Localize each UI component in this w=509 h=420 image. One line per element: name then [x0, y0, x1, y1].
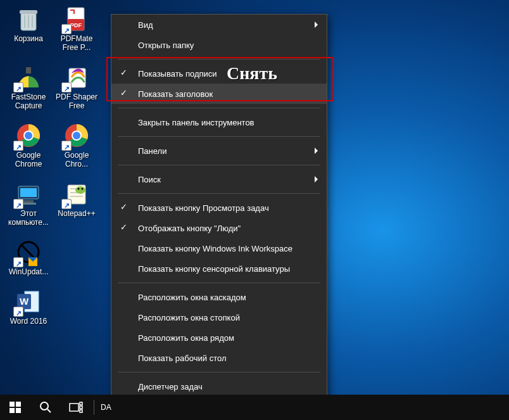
menu-item-label: Вид — [138, 20, 153, 30]
menu-item-open-folder[interactable]: Открыть папку — [111, 35, 327, 55]
desktop-icon-pdfshaper[interactable]: PDF Shaper Free — [54, 63, 99, 110]
svg-rect-33 — [16, 402, 21, 407]
svg-rect-8 — [26, 67, 31, 73]
menu-item-stacked[interactable]: Расположить окна стопкой — [111, 307, 327, 328]
menu-item-task-manager[interactable]: Диспетчер задач — [111, 376, 327, 397]
desktop-icon-label: FastStone Capture — [6, 92, 51, 110]
desktop-icon-label: Корзина — [14, 34, 43, 43]
start-button[interactable] — [0, 395, 30, 420]
svg-rect-18 — [23, 200, 34, 203]
windows-icon — [9, 402, 21, 413]
menu-item-label: Показать заголовок — [138, 89, 213, 99]
menu-separator — [118, 193, 320, 194]
menu-item-label: Расположить окна рядом — [138, 333, 234, 343]
desktop-icon-this-pc[interactable]: Этот компьюте... — [6, 180, 51, 227]
menu-item-label: Показать кнопку Windows Ink Workspace — [138, 244, 292, 253]
search-button[interactable] — [30, 395, 61, 420]
menu-item-ink-button[interactable]: Показать кнопку Windows Ink Workspace — [111, 238, 327, 258]
menu-item-show-captions[interactable]: Показывать подписи — [111, 63, 327, 84]
desktop-icon-notepadpp[interactable]: Notepad++ — [54, 180, 99, 227]
chrome-icon — [63, 122, 91, 150]
svg-point-24 — [75, 186, 85, 194]
faststone-icon — [15, 63, 42, 91]
svg-rect-32 — [9, 402, 15, 407]
menu-item-label: Отображать кнопку "Люди" — [138, 224, 241, 233]
menu-item-taskview-button[interactable]: Показать кнопку Просмотра задач — [111, 198, 327, 218]
menu-separator — [118, 372, 320, 372]
svg-point-25 — [78, 188, 80, 190]
task-view-button[interactable] — [61, 395, 91, 420]
desktop-icon-pdfmate[interactable]: PDF PDFMate Free P... — [54, 5, 99, 52]
search-icon — [39, 401, 52, 414]
menu-item-label: Показать кнопку сенсорной клавиатуры — [138, 264, 290, 274]
desktop-icon-label: PDFMate Free P... — [54, 34, 99, 52]
pdf-icon: PDF — [63, 5, 91, 33]
menu-item-search[interactable]: Поиск — [111, 169, 327, 189]
svg-rect-34 — [9, 408, 15, 413]
desktop-icon-label: Google Chro... — [54, 151, 99, 169]
desktop-icon-label: Word 2016 — [10, 317, 47, 326]
menu-item-panels[interactable]: Панели — [111, 141, 327, 161]
menu-separator — [118, 136, 320, 137]
menu-item-show-desktop[interactable]: Показать рабочий стол — [111, 348, 327, 368]
desktop-icon-label: Notepad++ — [58, 209, 95, 218]
task-view-icon — [69, 402, 83, 413]
desktop-icon-winupdate[interactable]: WinUpdat... — [6, 238, 51, 276]
svg-text:PDF: PDF — [70, 22, 82, 29]
desktop-icon-label: Google Chrome — [6, 151, 51, 169]
menu-item-close-toolbar[interactable]: Закрыть панель инструментов — [111, 112, 327, 132]
menu-item-label: Открыть папку — [138, 41, 194, 50]
chrome-icon — [15, 122, 42, 150]
menu-item-label: Панели — [138, 146, 167, 156]
desktop-icon-label: Этот компьюте... — [6, 209, 51, 227]
svg-rect-38 — [70, 404, 79, 411]
menu-item-label: Показать рабочий стол — [138, 353, 226, 363]
menu-item-people-button[interactable]: Отображать кнопку "Люди" — [111, 218, 327, 238]
svg-rect-40 — [80, 406, 82, 409]
svg-point-15 — [73, 132, 80, 139]
svg-rect-19 — [21, 203, 36, 205]
menu-item-label: Показывать подписи — [138, 69, 217, 79]
menu-separator — [118, 108, 320, 108]
menu-separator — [118, 283, 320, 283]
svg-rect-1 — [20, 10, 37, 14]
pdfshaper-icon — [63, 63, 91, 91]
menu-item-show-title[interactable]: Показать заголовок — [111, 84, 327, 104]
menu-item-view[interactable]: Вид — [111, 15, 327, 35]
menu-item-label: Показать кнопку Просмотра задач — [138, 203, 269, 213]
computer-icon — [15, 180, 42, 208]
svg-point-26 — [82, 188, 84, 190]
menu-item-label: Диспетчер задач — [138, 382, 203, 391]
taskbar-context-menu: Вид Открыть папку Показывать подписи Пок… — [111, 14, 327, 420]
menu-separator — [118, 165, 320, 165]
menu-item-cascade[interactable]: Расположить окна каскадом — [111, 287, 327, 307]
svg-text:W: W — [20, 296, 29, 307]
svg-point-36 — [41, 402, 48, 410]
desktop-icon-chrome-2[interactable]: Google Chro... — [54, 122, 99, 169]
menu-item-label: Расположить окна стопкой — [138, 313, 240, 322]
notepadpp-icon — [63, 180, 91, 208]
desktop-icon-recycle-bin[interactable]: Корзина — [6, 5, 51, 52]
desktop-icon-word[interactable]: W Word 2016 — [6, 288, 51, 326]
desktop-icon-chrome[interactable]: Google Chrome — [6, 122, 51, 169]
svg-rect-41 — [80, 410, 82, 412]
desktop-icon-label: PDF Shaper Free — [54, 92, 99, 110]
menu-item-osk-button[interactable]: Показать кнопку сенсорной клавиатуры — [111, 258, 327, 279]
taskbar-toolbar-label[interactable]: DA — [97, 403, 115, 412]
svg-rect-39 — [80, 402, 82, 405]
desktop-icon-faststone[interactable]: FastStone Capture — [6, 63, 51, 110]
menu-item-label: Поиск — [138, 175, 161, 184]
winupdate-icon — [15, 238, 42, 266]
svg-point-12 — [25, 132, 32, 139]
menu-item-sidebyside[interactable]: Расположить окна рядом — [111, 328, 327, 348]
recycle-bin-icon — [15, 5, 42, 33]
desktop-icon-label: WinUpdat... — [9, 267, 49, 276]
svg-rect-17 — [20, 188, 37, 197]
svg-line-37 — [47, 409, 51, 412]
svg-rect-35 — [16, 408, 21, 413]
taskbar: DA — [0, 395, 509, 420]
menu-item-label: Расположить окна каскадом — [138, 293, 246, 302]
menu-item-label: Закрыть панель инструментов — [138, 118, 254, 127]
word-icon: W — [15, 288, 42, 315]
menu-separator — [118, 59, 320, 60]
